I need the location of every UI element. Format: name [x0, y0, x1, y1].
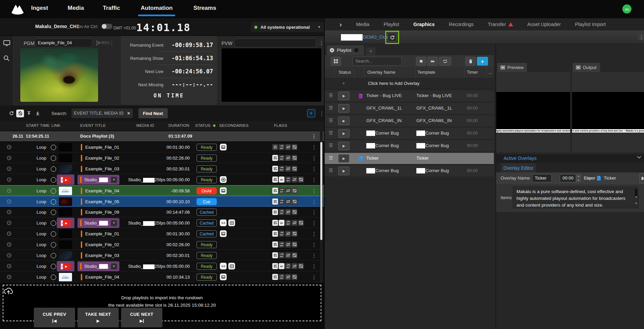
nav-tab-ingest[interactable]: Ingest [31, 5, 48, 11]
repeat-flag-icon[interactable] [279, 209, 284, 215]
row-kebab-icon[interactable]: ⋮ [312, 275, 317, 280]
rundown-row[interactable]: LoopExample_File_0100:01:30.00Ready⋮ [0, 142, 324, 152]
queue-flag-icon[interactable] [272, 177, 278, 183]
rundown-row[interactable]: Loop▶Studio_.▼Studio_25fps00:05:00.00Cac… [0, 218, 324, 228]
queue-flag-icon[interactable] [272, 144, 278, 150]
transition-flag-icon[interactable] [285, 188, 291, 194]
drag-handle-icon[interactable]: ☰ [329, 155, 333, 161]
drag-handle-icon[interactable]: ☰ [329, 168, 333, 173]
nav-tab-media[interactable]: Media [68, 5, 84, 11]
overlay-row[interactable]: ☰▶GFX_CRAWL_1LGFX_CRAWL_1L00:00 [325, 103, 494, 114]
cue-next-button[interactable]: CUE NEXT▶ [121, 308, 162, 327]
tab-playlist-import[interactable]: Playlist Import [575, 22, 606, 27]
step-down-icon[interactable]: ▼ [576, 179, 581, 183]
play-overlay-button[interactable]: ▶ [338, 104, 349, 113]
rundown-row[interactable]: LoopBig BuckBUNNYExample_File_04-00:09.5… [0, 185, 324, 196]
rundown-row[interactable]: LoopExample_File_0300:02:30.01Ready⋮ [0, 250, 324, 261]
tab-transfer[interactable]: Transfer [488, 22, 513, 27]
row-kebab-icon[interactable]: ⋮ [312, 188, 317, 193]
repeat-flag-icon[interactable] [285, 177, 291, 183]
grid-view-icon[interactable] [331, 57, 341, 66]
transition-flag-icon[interactable] [285, 166, 291, 172]
transition-flag-icon[interactable] [285, 231, 291, 237]
graphics-kebab-icon[interactable]: ⋮ [638, 34, 644, 40]
play-overlay-button[interactable]: ▶ [338, 154, 349, 163]
chevron-down-icon[interactable]: ▼ [111, 220, 117, 226]
image-off-flag-icon[interactable] [292, 166, 297, 172]
rundown-search-input[interactable]: EVENT TITLE, MEDIA ID × [71, 109, 133, 118]
media-secondary-icon[interactable] [220, 187, 227, 194]
overlay-editor-tab[interactable]: Overlay Editor [501, 163, 536, 172]
row-kebab-icon[interactable]: ⋮ [312, 177, 317, 182]
rundown-row[interactable]: Loop▶Studio_.▼Studio_25fps00:05:00.00Rea… [0, 174, 324, 185]
image-off-flag-icon[interactable] [292, 231, 297, 237]
queue-flag-icon[interactable] [272, 188, 278, 194]
tab-playlist[interactable]: Playlist [384, 22, 399, 27]
monitor-icon[interactable] [3, 40, 10, 47]
row-kebab-icon[interactable]: ⋮ [312, 156, 317, 161]
play-overlay-button[interactable]: ▶ [338, 129, 349, 138]
queue-flag-icon[interactable] [272, 155, 278, 161]
media-secondary-icon[interactable] [220, 144, 227, 150]
audio-secondary-icon[interactable] [220, 263, 227, 269]
repeat-flag-icon[interactable] [279, 231, 284, 237]
active-overlays-bar[interactable]: Active Overlays [496, 154, 644, 163]
rundown-row[interactable]: LoopExample_File_0300:02:30.01Ready⋮ [0, 164, 324, 174]
infinite-flag-icon[interactable]: ∞ [279, 220, 284, 226]
row-kebab-icon[interactable]: ⋮ [312, 210, 317, 215]
transition-flag-icon[interactable] [285, 209, 291, 215]
pvw-title-input[interactable] [234, 39, 316, 47]
add-playlist-tab-button[interactable]: + [366, 47, 375, 55]
overlay-row[interactable]: ☰▶Corner BugCorner Bug00:00 [325, 165, 494, 177]
image-off-flag-icon[interactable] [292, 209, 297, 215]
chevron-down-icon[interactable] [637, 156, 641, 159]
queue-flag-icon[interactable] [272, 166, 278, 172]
drag-handle-icon[interactable]: ☰ [329, 118, 333, 123]
chevron-down-icon[interactable]: ▼ [111, 263, 117, 269]
rundown-scrollbar[interactable] [320, 121, 323, 283]
image-off-flag-icon[interactable] [292, 198, 297, 205]
collapse-chevron-icon[interactable]: › [340, 21, 342, 28]
refresh-icon[interactable] [7, 110, 15, 117]
rundown-row[interactable]: LoopExample_File_0200:02:26.00Ready⋮ [0, 153, 324, 163]
rundown-row[interactable]: LoopBig BuckBUNNYExample_File_0400:10:34… [0, 272, 324, 282]
drag-handle-icon[interactable]: ☰ [329, 93, 333, 98]
find-next-button[interactable]: Find Next [138, 108, 168, 118]
overlay-row[interactable]: ☰▶Ticker - Bug LIVETicker - Bug LIVE00:0… [325, 90, 494, 101]
overlay-row[interactable]: ☰▶Corner BugCorner Bug00:00 [325, 140, 494, 151]
transition-flag-icon[interactable] [292, 220, 297, 226]
repeat-flag-icon[interactable] [279, 198, 284, 205]
transition-flag-icon[interactable] [285, 144, 291, 150]
transition-flag-icon[interactable] [292, 263, 297, 269]
step-up-icon[interactable]: ▲ [576, 174, 581, 178]
rundown-row[interactable]: Loop▶Studio_.▼Studio_25fps00:05:00.00Rea… [0, 261, 324, 272]
image-off-flag-icon[interactable] [298, 263, 304, 269]
drag-handle-icon[interactable]: ☰ [329, 105, 333, 111]
transition-flag-icon[interactable] [285, 241, 291, 248]
queue-flag-icon[interactable] [272, 252, 278, 258]
rundown-row[interactable]: LoopExample_File_0100:01:30.00Cached⋮ [0, 229, 324, 239]
group-kebab-icon[interactable]: ⋮ [312, 134, 317, 139]
live-event-title-chip[interactable]: Studio_.▼ [77, 218, 119, 228]
drag-handle-icon[interactable]: ☰ [329, 130, 333, 136]
row-kebab-icon[interactable]: ⋮ [312, 145, 317, 150]
add-event-button[interactable]: + [307, 109, 315, 117]
rundown-menu-kebab-icon[interactable]: ⋮ [319, 111, 324, 116]
transition-flag-icon[interactable] [285, 198, 291, 205]
repeat-flag-icon[interactable] [279, 166, 284, 172]
repeat-flag-icon[interactable] [285, 263, 291, 269]
rundown-row[interactable]: LoopExample_File_0900:14:47.06Cached⋮ [0, 207, 324, 217]
scrollbar-thumb[interactable] [320, 142, 322, 240]
tab-graphics[interactable]: Graphics [413, 22, 435, 27]
image-off-flag-icon[interactable] [292, 252, 297, 258]
infinite-flag-icon[interactable]: ∞ [279, 177, 284, 183]
queue-flag-icon[interactable] [272, 220, 278, 226]
live-event-title-chip[interactable]: Studio_.▼ [77, 175, 119, 185]
transition-flag-icon[interactable] [285, 155, 291, 161]
gfx-secondary-icon[interactable] [228, 263, 235, 269]
queue-flag-icon[interactable] [272, 263, 278, 269]
row-kebab-icon[interactable]: ⋮ [312, 231, 317, 236]
tab-media[interactable]: Media [356, 22, 370, 27]
repeat-flag-icon[interactable] [279, 252, 284, 258]
system-status-dropdown[interactable]: All systems operational ▼ [251, 22, 324, 32]
